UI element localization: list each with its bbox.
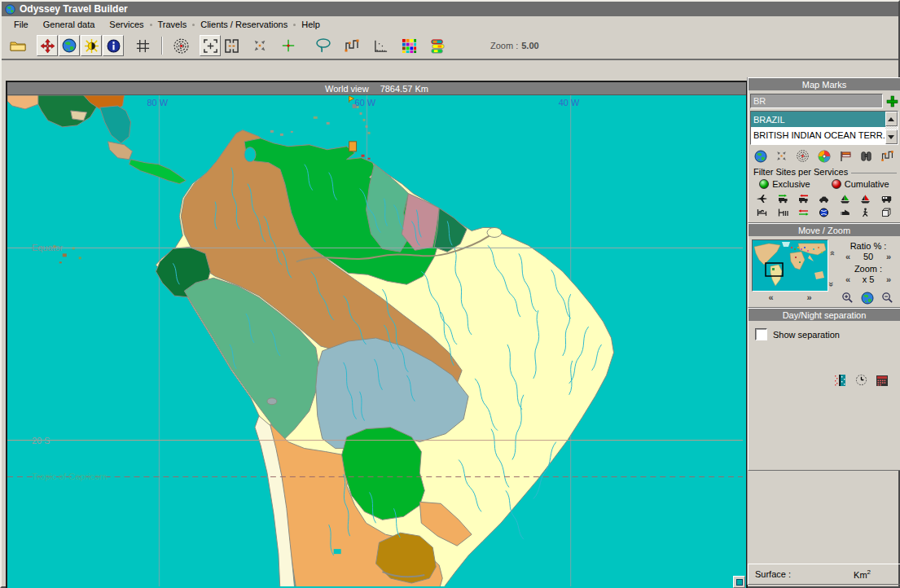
app-globe-icon [5, 4, 15, 15]
filter-sites-title: Filter Sites per Services [753, 167, 848, 177]
package-service-icon[interactable] [881, 208, 892, 217]
bus-service-icon[interactable] [881, 194, 892, 204]
grid-toggle-button[interactable] [133, 36, 152, 55]
collapse-arrows-icon[interactable] [775, 150, 788, 162]
clock-icon[interactable] [855, 374, 867, 386]
zoom-factor-value: x 5 [858, 274, 878, 284]
calendar-icon[interactable] [876, 374, 889, 387]
menu-clients-reservations[interactable]: Clients / Reservations [193, 18, 295, 31]
show-separation-checkbox[interactable] [755, 328, 767, 340]
target-brackets-icon [203, 38, 218, 54]
day-night-button[interactable] [81, 35, 102, 56]
center-crosshair-button[interactable] [279, 36, 298, 55]
fit-view-button[interactable] [222, 36, 241, 55]
map-resize-grip[interactable] [733, 576, 745, 588]
pan-right-button[interactable]: » [806, 292, 811, 302]
polygon-path-icon[interactable] [880, 149, 894, 163]
pan-left-button[interactable]: « [768, 292, 773, 302]
pan-up-button[interactable]: » [827, 252, 836, 256]
measure-button[interactable] [371, 36, 390, 55]
svg-text:40 W: 40 W [559, 98, 580, 108]
world-view-button[interactable] [59, 35, 80, 56]
hotel-service-icon[interactable] [757, 208, 767, 217]
move-zoom-panel: Move / Zoom [748, 223, 900, 308]
list-scrollbar[interactable] [885, 112, 898, 144]
scroll-up-button[interactable] [885, 112, 898, 126]
plane-service-icon[interactable] [757, 194, 767, 204]
transfer-service-icon[interactable] [798, 208, 809, 217]
lake-titicaca [267, 398, 277, 405]
binoculars-icon[interactable] [860, 150, 872, 162]
title-bar: Odyssey Travel Builder [2, 2, 898, 16]
list-item-biot[interactable]: BRITISH INDIAN OCEAN TERR. [751, 127, 885, 143]
zoom-decrease-button[interactable]: « [845, 274, 850, 284]
add-mark-button[interactable] [886, 95, 898, 108]
move-arrows-icon [40, 38, 55, 54]
truck-arrival-service-icon[interactable] [778, 194, 788, 204]
scroll-down-button[interactable] [885, 129, 898, 144]
ratio-increase-button[interactable]: » [886, 252, 891, 261]
map-marks-search-input[interactable] [750, 94, 883, 108]
map-header: World view 7864.57 Km [7, 82, 746, 95]
grip-icon [736, 579, 743, 586]
map-marks-header: Map Marks [749, 78, 900, 90]
ratio-label: Ratio % : [838, 241, 898, 251]
polygon-path-icon [344, 37, 360, 54]
sport-service-icon[interactable] [819, 208, 829, 217]
menu-general-data[interactable]: General data [36, 18, 103, 31]
cd-disc-icon[interactable] [818, 150, 831, 163]
menu-travels[interactable]: Travels [151, 18, 195, 31]
radio-cumulative[interactable]: Cumulative [832, 179, 889, 189]
car-service-icon[interactable] [819, 194, 829, 204]
pan-mode-button[interactable] [37, 35, 58, 56]
map-marks-panel: Map Marks BRAZIL BRITISH INDIAN OCEAN TE… [748, 77, 900, 223]
guide-service-icon[interactable] [840, 208, 850, 217]
zoom-increase-button[interactable]: » [886, 274, 891, 284]
toolbar-separator [161, 37, 163, 55]
map-distance: 7864.57 Km [380, 84, 428, 94]
red-led-icon [832, 179, 841, 189]
surface-panel: Surface : Km2 [748, 564, 900, 585]
world-map[interactable]: 80 W 60 W 40 W Equator 20 S Tropic of Ca… [7, 95, 743, 586]
world-minimap[interactable] [752, 239, 828, 292]
cumulative-label: Cumulative [845, 179, 889, 189]
menu-help[interactable]: Help [294, 18, 327, 31]
filter-sites-group: Filter Sites per Services [749, 165, 900, 177]
globe-icon[interactable] [754, 150, 767, 163]
menu-services[interactable]: Services [102, 18, 151, 31]
open-folder-button[interactable] [8, 36, 28, 55]
toolbar: Zoom : 5.00 [2, 33, 898, 60]
excursion-service-icon[interactable] [860, 208, 871, 217]
truck-departure-service-icon[interactable] [798, 194, 809, 204]
ratio-decrease-button[interactable]: « [845, 252, 850, 261]
lasso-button[interactable] [314, 36, 333, 55]
zoom-in-icon[interactable] [841, 292, 854, 304]
lake-argentina [334, 549, 341, 554]
info-mode-button[interactable] [103, 35, 124, 56]
globe-reset-icon[interactable] [861, 292, 874, 305]
route-button[interactable] [342, 36, 362, 55]
marajo-island [487, 227, 502, 237]
collapse-button[interactable] [250, 36, 270, 55]
list-item-brazil[interactable]: BRAZIL [751, 112, 885, 127]
boat-red-service-icon[interactable] [860, 194, 871, 204]
zoom-select-button[interactable] [200, 35, 221, 56]
zoom-out-icon[interactable] [881, 292, 893, 304]
radio-exclusive[interactable]: Exclusive [759, 179, 810, 189]
boat-green-service-icon[interactable] [840, 194, 850, 204]
radar-center-button[interactable] [171, 36, 191, 55]
exclusive-label: Exclusive [772, 179, 810, 189]
menu-file[interactable]: File [7, 18, 36, 31]
pan-down-button[interactable]: » [827, 282, 836, 285]
palette-button[interactable] [399, 36, 419, 55]
lodging-service-icon[interactable] [778, 208, 788, 217]
green-crosshair-icon [282, 39, 295, 52]
globe-icon [62, 38, 77, 53]
ratio-value: 50 [858, 252, 878, 261]
map-panel: World view 7864.57 Km [6, 81, 748, 588]
svg-text:80 W: 80 W [147, 98, 168, 108]
legend-button[interactable] [428, 36, 447, 55]
day-night-icon[interactable] [834, 374, 847, 387]
radar-icon[interactable] [796, 149, 810, 163]
flag-icon[interactable] [839, 150, 852, 163]
